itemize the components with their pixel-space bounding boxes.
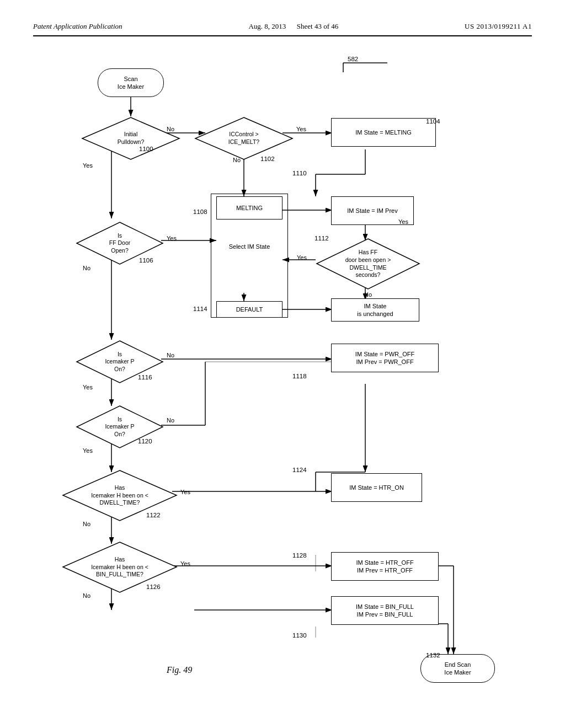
label-yes-icemakerbin: Yes — [180, 560, 190, 567]
im-state-melting-rect: IM State = MELTING — [331, 118, 436, 147]
label-yes-ffdoor: Yes — [167, 235, 177, 242]
ref-1114: 1114 — [193, 306, 207, 312]
ref-1124: 1124 — [292, 467, 307, 473]
start-terminal: Scan Ice Maker — [98, 68, 164, 97]
ref-1102: 1102 — [260, 156, 275, 162]
iccontrol-diamond: ICControl > ICE_MELT? — [194, 116, 294, 160]
im-htr-off-rect: IM State = HTR_OFF IM Prev = HTR_OFF — [331, 552, 439, 581]
ref-1132: 1132 — [426, 652, 440, 659]
default-rect: DEFAULT — [216, 301, 282, 318]
label-no-iccontrol: No — [167, 126, 174, 132]
label-yes-iccontrol: Yes — [296, 126, 306, 132]
header-sheet: Sheet 43 of 46 — [297, 22, 338, 30]
select-im-state-label: Select IM State — [216, 235, 282, 258]
label-yes-initial: Yes — [83, 162, 93, 169]
label-no-icemakerp1: No — [167, 352, 174, 358]
flowchart: 582 Scan Ice Maker Initial Pulldown? 110… — [45, 53, 520, 693]
header-date-sheet: Aug. 8, 2013 Sheet 43 of 46 — [248, 22, 338, 31]
im-bin-full-rect: IM State = BIN_FULL IM Prev = BIN_FULL — [331, 596, 439, 625]
ref-1108: 1108 — [193, 208, 207, 215]
initial-pulldown-diamond: Initial Pulldown? — [81, 116, 180, 160]
im-htr-on-rect: IM State = HTR_ON — [331, 473, 422, 502]
label-no-ffdoor: No — [83, 265, 90, 271]
header-publication: Patent Application Publication — [33, 22, 122, 31]
ref-1126: 1126 — [146, 584, 161, 590]
ref-1104: 1104 — [426, 118, 440, 125]
ref-1128: 1128 — [292, 552, 307, 559]
label-yes-icemakerp2: Yes — [83, 447, 93, 454]
label-no-icemakerdwell: No — [83, 521, 90, 527]
im-pwr-off-rect: IM State = PWR_OFF IM Prev = PWR_OFF — [331, 344, 439, 372]
ref-1122: 1122 — [146, 512, 161, 518]
ref-1120: 1120 — [138, 438, 152, 445]
ref-1118: 1118 — [292, 373, 307, 379]
label-yes-icemakerp1: Yes — [83, 384, 93, 390]
header-patent-number: US 2013/0199211 A1 — [465, 22, 532, 31]
ref-1110: 1110 — [292, 170, 307, 176]
header-date: Aug. 8, 2013 — [248, 22, 286, 30]
label-no-iccontrol2: No — [233, 157, 241, 163]
ff-door-open-diamond: Has FF door been open > DWELL_TIME secon… — [316, 238, 420, 290]
ref-1106: 1106 — [139, 257, 153, 264]
ref-1100: 1100 — [139, 146, 153, 152]
ref-1112: 1112 — [315, 235, 329, 242]
label-no-htrondiamond: No — [364, 291, 372, 298]
ref-1116: 1116 — [138, 374, 152, 381]
label-yes-icemakerdwell: Yes — [180, 489, 190, 495]
ref-582: 582 — [348, 56, 358, 62]
label-no-icemakerbin: No — [83, 592, 90, 599]
label-yes-htrondiamond: Yes — [297, 254, 307, 261]
label-yes-imprev: Yes — [398, 218, 408, 225]
ref-1130: 1130 — [292, 632, 307, 639]
label-no-icemakerp2: No — [167, 417, 174, 424]
figure-caption: Fig. 49 — [167, 665, 192, 675]
im-unchanged-rect: IM State is unchanged — [331, 298, 419, 322]
